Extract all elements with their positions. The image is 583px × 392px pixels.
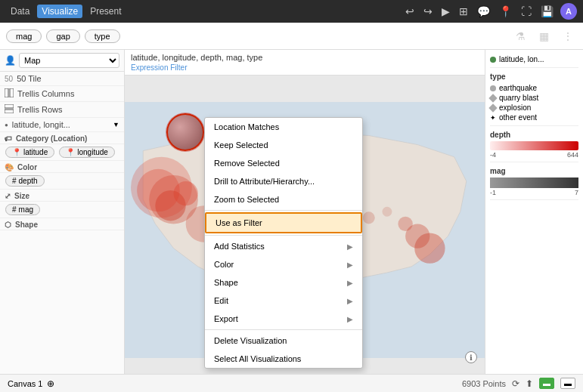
location-dot bbox=[490, 57, 496, 63]
left-sidebar: 👤 Map 50 50 Tile Trellis Columns bbox=[0, 50, 125, 392]
add-statistics-arrow: ▶ bbox=[347, 242, 353, 251]
add-canvas-button[interactable]: ⊕ bbox=[47, 378, 54, 389]
explosion-shape bbox=[488, 103, 497, 112]
trellis-rows-icon bbox=[5, 104, 14, 115]
mag-pill[interactable]: mag bbox=[6, 29, 42, 43]
quarry-diamond bbox=[488, 94, 497, 102]
depth-label: depth bbox=[19, 177, 38, 185]
marker-circle-visual bbox=[166, 113, 204, 151]
separator2 bbox=[205, 235, 362, 236]
context-menu: Location Matches Keep Selected Remove Se… bbox=[204, 117, 363, 369]
export-label: Export bbox=[214, 314, 238, 323]
size-icon: ⤢ bbox=[5, 192, 11, 200]
mag-gradient bbox=[490, 177, 578, 188]
trellis-columns-item[interactable]: Trellis Columns bbox=[0, 86, 124, 102]
user-avatar[interactable]: A bbox=[560, 3, 577, 20]
more-options-icon[interactable]: ⋮ bbox=[559, 29, 577, 44]
add-statistics-label: Add Statistics bbox=[214, 242, 265, 251]
category-header: 🏷 Category (Location) bbox=[0, 132, 124, 144]
undo-redo-group: ↩ ↪ ▶ ⊞ 💬 📍 ⛶ 💾 bbox=[402, 4, 557, 19]
location-matches-item[interactable]: Location Matches bbox=[205, 118, 362, 136]
use-as-filter-item[interactable]: Use as Filter bbox=[205, 212, 362, 233]
visualize-tab[interactable]: Visualize bbox=[37, 5, 82, 18]
edit-label: Edit bbox=[214, 296, 228, 305]
dropdown-arrow: ▼ bbox=[113, 121, 119, 128]
trellis-columns-icon bbox=[5, 88, 14, 99]
type-pill[interactable]: type bbox=[85, 29, 120, 43]
lat-long-label: latitude, longit... bbox=[12, 120, 70, 129]
shape-item[interactable]: Shape ▶ bbox=[205, 273, 362, 292]
up-button[interactable]: ⬆ bbox=[526, 378, 533, 389]
zoom-selected-label: Zoom to Selected bbox=[214, 195, 279, 204]
svg-point-26 bbox=[137, 169, 179, 211]
lat-long-item[interactable]: ● latitude, longit... ▼ bbox=[0, 118, 124, 132]
chat-button[interactable]: 💬 bbox=[473, 4, 494, 19]
map-canvas[interactable]: Location Matches Keep Selected Remove Se… bbox=[125, 76, 485, 384]
tile-item[interactable]: 50 50 Tile bbox=[0, 72, 124, 86]
drill-item[interactable]: Drill to Attribute/Hierarchy... bbox=[205, 172, 362, 190]
grid-button[interactable]: ⊞ bbox=[455, 4, 472, 19]
person-icon: 👤 bbox=[5, 55, 16, 66]
points-count: 6903 Points bbox=[462, 379, 506, 388]
location-pills: 📍 latitude 📍 longitude bbox=[0, 144, 124, 161]
mark-type-dropdown[interactable]: Map bbox=[19, 53, 119, 68]
other-star: ✦ bbox=[490, 114, 496, 122]
green-button[interactable]: ▬ bbox=[539, 378, 554, 389]
trellis-rows-item[interactable]: Trellis Rows bbox=[0, 102, 124, 118]
white-button[interactable]: ▬ bbox=[560, 378, 575, 389]
save-button[interactable]: 💾 bbox=[537, 4, 557, 19]
refresh-button[interactable]: ⟳ bbox=[512, 378, 519, 389]
select-all-label: Select All Visualizations bbox=[214, 354, 301, 363]
earthquake-dot bbox=[490, 85, 496, 91]
type-legend-title: type bbox=[490, 73, 578, 81]
pill-bar: mag gap type ⚗ ▦ ⋮ bbox=[0, 23, 583, 50]
map-area: latitude, longitude, depth, mag, type Ex… bbox=[125, 50, 485, 392]
filter-icon[interactable]: ⚗ bbox=[512, 29, 529, 44]
mark-type-selector[interactable]: 👤 Map bbox=[0, 50, 124, 72]
use-as-filter-label: Use as Filter bbox=[216, 218, 262, 227]
play-button[interactable]: ▶ bbox=[438, 4, 454, 19]
size-pills: # mag bbox=[0, 202, 124, 218]
depth-range: -4 644 bbox=[490, 151, 578, 159]
keep-selected-item[interactable]: Keep Selected bbox=[205, 136, 362, 154]
shape-label: Shape bbox=[15, 221, 38, 229]
remove-selected-item[interactable]: Remove Selected bbox=[205, 154, 362, 172]
gap-pill[interactable]: gap bbox=[46, 29, 79, 43]
category-label: Category (Location) bbox=[16, 134, 87, 143]
depth-legend: depth -4 644 bbox=[490, 131, 578, 162]
mag-size-pill[interactable]: # mag bbox=[5, 204, 40, 215]
data-tab[interactable]: Data bbox=[6, 5, 34, 18]
depth-pill[interactable]: # depth bbox=[5, 175, 45, 187]
canvas-label: Canvas 1 bbox=[8, 379, 42, 388]
export-item[interactable]: Export ▶ bbox=[205, 310, 362, 328]
longitude-pill[interactable]: 📍 longitude bbox=[59, 147, 115, 158]
delete-viz-item[interactable]: Delete Visualization bbox=[205, 332, 362, 350]
expand-button[interactable]: ⛶ bbox=[517, 4, 535, 19]
category-icon: 🏷 bbox=[5, 134, 12, 143]
location-matches-label: Location Matches bbox=[214, 122, 279, 131]
location-icon2: 📍 bbox=[66, 148, 75, 156]
undo-button[interactable]: ↩ bbox=[402, 4, 418, 19]
latitude-pill[interactable]: 📍 latitude bbox=[5, 147, 54, 158]
color-menu-label: Color bbox=[214, 260, 234, 269]
expression-filter[interactable]: Expression Filter bbox=[131, 63, 479, 72]
present-tab[interactable]: Present bbox=[85, 5, 126, 18]
mag-max: 7 bbox=[575, 189, 578, 196]
color-item[interactable]: Color ▶ bbox=[205, 255, 362, 273]
edit-arrow: ▶ bbox=[347, 297, 353, 305]
earthquake-item: earthquake bbox=[490, 83, 578, 93]
redo-button[interactable]: ↪ bbox=[420, 4, 436, 19]
select-all-item[interactable]: Select All Visualizations bbox=[205, 350, 362, 368]
zoom-selected-item[interactable]: Zoom to Selected bbox=[205, 190, 362, 208]
edit-item[interactable]: Edit ▶ bbox=[205, 292, 362, 310]
svg-rect-3 bbox=[5, 110, 14, 113]
pin-button[interactable]: 📍 bbox=[495, 4, 516, 19]
selected-marker[interactable] bbox=[166, 113, 204, 151]
other-event-label: other event bbox=[499, 113, 537, 122]
earthquake-label: earthquake bbox=[499, 84, 537, 92]
color-icon: 🎨 bbox=[5, 163, 14, 171]
add-statistics-item[interactable]: Add Statistics ▶ bbox=[205, 237, 362, 255]
shape-menu-label: Shape bbox=[214, 278, 238, 287]
columns-icon[interactable]: ▦ bbox=[535, 29, 553, 44]
info-icon[interactable]: ℹ bbox=[465, 351, 477, 363]
